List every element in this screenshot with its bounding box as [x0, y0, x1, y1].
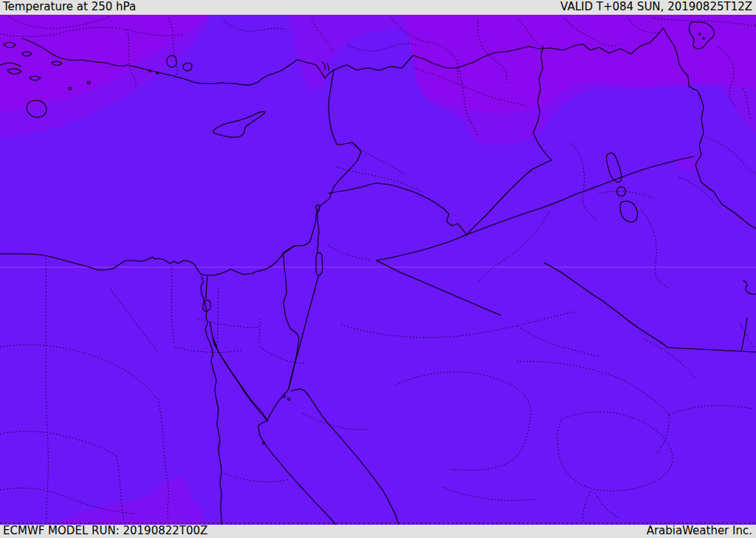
map-title: Temperature at 250 hPa: [3, 0, 136, 14]
footer-bar: ECMWF MODEL RUN: 20190822T00Z ArabiaWeat…: [0, 525, 756, 538]
temperature-map-svg: [0, 15, 756, 525]
header-bar: Temperature at 250 hPa VALID T+084 SUN, …: [0, 0, 756, 15]
temp-patch-cool-intrusion: [298, 87, 351, 134]
map-canvas: [0, 15, 756, 525]
brand-label: ArabiaWeather Inc.: [647, 525, 752, 537]
model-run-label: ECMWF MODEL RUN: 20190822T00Z: [3, 525, 207, 537]
temp-patch-mid-blob: [676, 156, 700, 172]
valid-time: VALID T+084 SUN, 20190825T12Z: [560, 0, 752, 14]
weather-map-screenshot: Temperature at 250 hPa VALID T+084 SUN, …: [0, 0, 756, 538]
